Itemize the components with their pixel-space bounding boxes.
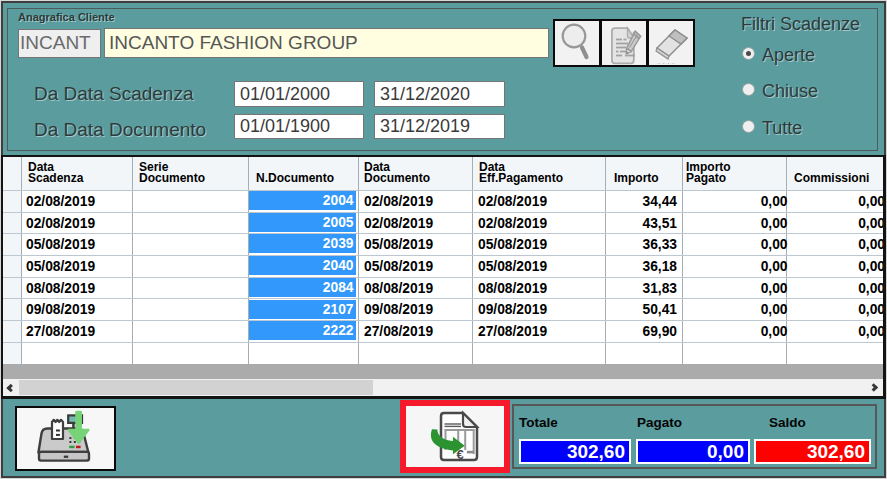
svg-text:·•·•·•·•·: ·•·•·•·•· bbox=[656, 61, 677, 66]
